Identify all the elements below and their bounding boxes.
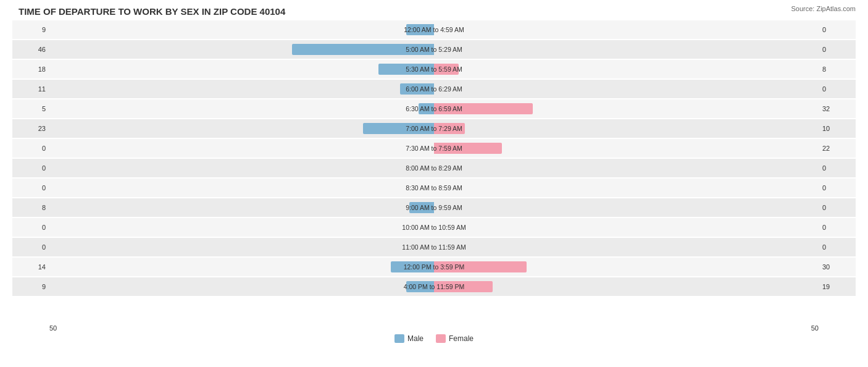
female-bar bbox=[434, 103, 533, 114]
male-value: 23 bbox=[12, 125, 49, 132]
male-bar bbox=[419, 103, 434, 114]
time-label: 8:00 AM to 8:29 AM bbox=[406, 164, 462, 172]
male-bar-wrap bbox=[400, 83, 434, 95]
male-bar-wrap bbox=[406, 281, 434, 292]
chart-row: 912:00 AM to 4:59 AM0 bbox=[12, 20, 856, 39]
chart-row: 116:00 AM to 6:29 AM0 bbox=[12, 80, 856, 98]
male-bar bbox=[292, 44, 434, 55]
female-value: 10 bbox=[819, 125, 856, 132]
bars-center: 5:30 AM to 5:59 AM bbox=[49, 60, 819, 78]
female-value: 32 bbox=[819, 105, 856, 112]
bars-center: 8:30 AM to 8:59 AM bbox=[49, 179, 819, 197]
male-bar-wrap bbox=[409, 202, 434, 213]
chart-row: 237:00 AM to 7:29 AM10 bbox=[12, 119, 856, 138]
chart-row: 08:30 AM to 8:59 AM0 bbox=[12, 179, 856, 197]
female-value: 0 bbox=[819, 184, 856, 192]
bars-center: 4:00 PM to 11:59 PM bbox=[49, 277, 819, 296]
bars-center: 8:00 AM to 8:29 AM bbox=[49, 159, 819, 177]
male-bar bbox=[406, 24, 434, 35]
male-bar bbox=[400, 83, 434, 95]
female-value: 30 bbox=[819, 263, 856, 271]
chart-container: TIME OF DEPARTURE TO WORK BY SEX IN ZIP … bbox=[0, 0, 868, 367]
legend-male-box bbox=[394, 334, 404, 343]
chart-row: 08:00 AM to 8:29 AM0 bbox=[12, 159, 856, 177]
male-value: 9 bbox=[12, 26, 49, 33]
bars-center: 7:00 AM to 7:29 AM bbox=[49, 119, 819, 138]
legend-female-box bbox=[436, 334, 446, 343]
female-value: 0 bbox=[819, 204, 856, 211]
chart-row: 465:00 AM to 5:29 AM0 bbox=[12, 40, 856, 59]
female-bar-wrap bbox=[434, 123, 465, 134]
male-value: 11 bbox=[12, 85, 49, 93]
axis-left: 50 bbox=[49, 324, 57, 332]
chart-row: 56:30 AM to 6:59 AM32 bbox=[12, 99, 856, 118]
male-bar-wrap bbox=[406, 24, 434, 35]
male-bar-wrap bbox=[419, 103, 434, 114]
male-bar-wrap bbox=[391, 261, 434, 272]
time-label: 10:00 AM to 10:59 AM bbox=[402, 224, 465, 231]
male-bar bbox=[378, 64, 434, 75]
female-value: 0 bbox=[819, 164, 856, 172]
bars-center: 7:30 AM to 7:59 AM bbox=[49, 139, 819, 158]
legend-female: Female bbox=[436, 334, 474, 343]
male-bar bbox=[391, 261, 434, 272]
male-value: 14 bbox=[12, 263, 49, 271]
time-label: 8:30 AM to 8:59 AM bbox=[406, 184, 462, 192]
legend-female-label: Female bbox=[449, 334, 474, 343]
bars-center: 10:00 AM to 10:59 AM bbox=[49, 218, 819, 237]
male-value: 18 bbox=[12, 65, 49, 73]
legend-male-label: Male bbox=[407, 334, 424, 343]
male-value: 8 bbox=[12, 204, 49, 211]
male-value: 0 bbox=[12, 224, 49, 231]
bars-center: 11:00 AM to 11:59 AM bbox=[49, 238, 819, 256]
chart-row: 07:30 AM to 7:59 AM22 bbox=[12, 139, 856, 158]
chart-row: 1412:00 PM to 3:59 PM30 bbox=[12, 258, 856, 276]
legend-male: Male bbox=[394, 334, 424, 343]
male-value: 0 bbox=[12, 164, 49, 172]
female-value: 0 bbox=[819, 243, 856, 251]
female-bar bbox=[434, 123, 465, 134]
chart-area: 912:00 AM to 4:59 AM0465:00 AM to 5:29 A… bbox=[12, 20, 856, 323]
female-bar bbox=[434, 64, 459, 75]
male-bar bbox=[409, 202, 434, 213]
male-bar bbox=[363, 123, 434, 134]
chart-title: TIME OF DEPARTURE TO WORK BY SEX IN ZIP … bbox=[12, 6, 856, 17]
bars-center: 6:30 AM to 6:59 AM bbox=[49, 99, 819, 118]
female-value: 0 bbox=[819, 46, 856, 53]
female-bar-wrap bbox=[434, 281, 493, 292]
male-bar bbox=[406, 281, 434, 292]
female-value: 0 bbox=[819, 26, 856, 33]
female-bar bbox=[434, 281, 493, 292]
bars-center: 12:00 PM to 3:59 PM bbox=[49, 258, 819, 276]
female-value: 0 bbox=[819, 224, 856, 231]
male-value: 9 bbox=[12, 283, 49, 290]
male-value: 0 bbox=[12, 184, 49, 192]
chart-row: 94:00 PM to 11:59 PM19 bbox=[12, 277, 856, 296]
female-value: 0 bbox=[819, 85, 856, 93]
female-bar-wrap bbox=[434, 261, 527, 272]
male-value: 0 bbox=[12, 243, 49, 251]
legend: Male Female bbox=[12, 334, 856, 343]
male-bar-wrap bbox=[292, 44, 434, 55]
female-value: 22 bbox=[819, 145, 856, 152]
male-bar-wrap bbox=[363, 123, 434, 134]
chart-row: 010:00 AM to 10:59 AM0 bbox=[12, 218, 856, 237]
axis-right: 50 bbox=[811, 324, 819, 332]
bars-center: 9:00 AM to 9:59 AM bbox=[49, 198, 819, 217]
source-label: Source: ZipAtlas.com bbox=[791, 5, 856, 12]
female-bar-wrap bbox=[434, 103, 533, 114]
bars-center: 12:00 AM to 4:59 AM bbox=[49, 20, 819, 39]
female-bar-wrap bbox=[434, 143, 502, 154]
bars-center: 6:00 AM to 6:29 AM bbox=[49, 80, 819, 98]
chart-row: 011:00 AM to 11:59 AM0 bbox=[12, 238, 856, 256]
female-bar-wrap bbox=[434, 64, 459, 75]
chart-row: 89:00 AM to 9:59 AM0 bbox=[12, 198, 856, 217]
female-value: 8 bbox=[819, 65, 856, 73]
female-value: 19 bbox=[819, 283, 856, 290]
female-bar bbox=[434, 143, 502, 154]
male-value: 0 bbox=[12, 145, 49, 152]
male-bar-wrap bbox=[378, 64, 434, 75]
female-bar bbox=[434, 261, 527, 272]
axis-labels: 50 50 bbox=[12, 324, 856, 332]
male-value: 5 bbox=[12, 105, 49, 112]
